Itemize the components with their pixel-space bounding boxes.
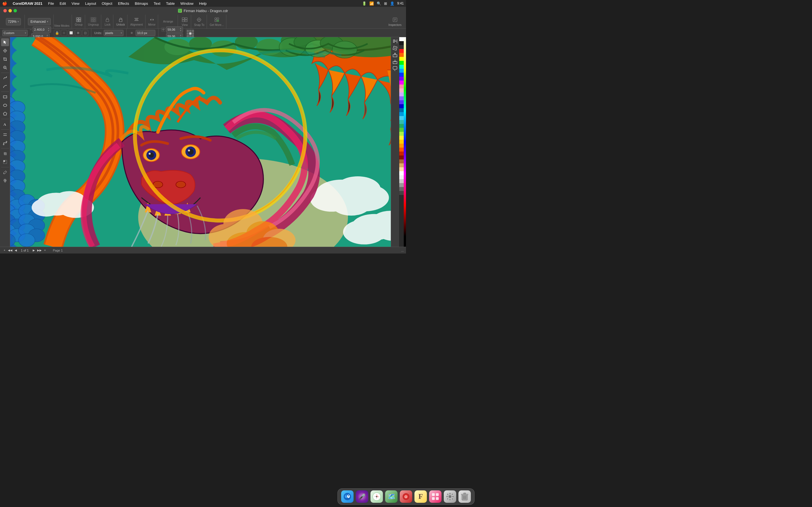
color-spectrum-bar[interactable] [404,37,406,247]
control-center-icon[interactable]: ⊞ [384,1,387,6]
color-swatch-yellowgreen[interactable] [399,132,404,136]
color-swatch-charcoal[interactable] [399,191,404,195]
x-input[interactable]: 59,06 ▲ ▼ [166,26,183,33]
shadow-tool[interactable] [1,150,9,158]
color-swatch-green[interactable] [399,61,404,65]
polygon-tool[interactable] [1,110,9,118]
get-more-btn[interactable] [213,17,221,23]
bleed-btn[interactable]: ⊞ [75,30,81,36]
status-more-btn[interactable]: ... [401,249,404,252]
right-transform-btn[interactable] [392,45,398,51]
rectangle-tool[interactable] [1,93,9,101]
menu-help[interactable]: Help [198,1,208,6]
color-swatch-gold[interactable] [399,136,404,140]
unlock-btn[interactable] [117,17,124,22]
minimize-button[interactable] [8,9,12,12]
x-up[interactable]: ▲ [180,27,182,29]
right-align-btn[interactable] [392,38,398,45]
crop-tool[interactable] [1,55,9,63]
view-btn[interactable] [181,17,189,23]
add-page-btn[interactable]: + [2,248,7,252]
text-tool[interactable]: A [1,120,9,128]
menu-bitmaps[interactable]: Bitmaps [134,1,149,6]
prev-page-btn[interactable]: ◀◀ [8,248,12,252]
search-icon[interactable]: 🔍 [377,1,381,6]
color-swatch-darkblue[interactable] [399,73,404,76]
maximize-button[interactable] [13,9,17,12]
color-swatch-indigo[interactable] [399,100,404,104]
mirror-btn[interactable] [149,17,155,22]
color-swatch-crimson[interactable] [399,152,404,156]
color-swatch-orange[interactable] [399,53,404,57]
alignment-btn[interactable] [133,17,140,22]
color-swatch-yellow[interactable] [399,57,404,61]
add-page2-btn[interactable]: + [43,248,47,252]
ungroup-icon[interactable] [90,17,97,22]
color-swatch-darkorange[interactable] [399,144,404,148]
color-swatch-amber[interactable] [399,140,404,144]
zoom-tool[interactable] [1,64,9,71]
group-icon[interactable] [75,17,82,22]
units-dropdown[interactable]: pixels ▾ [104,30,123,36]
color-swatch-seafoam[interactable] [399,120,404,124]
menu-file[interactable]: File [47,1,55,6]
canvas-area[interactable] [10,37,391,247]
right-import-btn[interactable] [392,59,398,65]
color-swatch-white[interactable] [399,171,404,175]
user-icon[interactable]: 👤 [390,1,395,6]
color-swatch-darkgray[interactable] [399,187,404,191]
safe-area-btn[interactable]: ◫ [82,30,88,36]
color-swatch-lavender[interactable] [399,93,404,96]
width-input[interactable]: 2.400,0 ▲ ▼ [33,26,51,33]
page-size-btn[interactable]: □ [61,30,67,36]
color-swatch-maroon[interactable] [399,156,404,159]
no-color-swatch[interactable] [399,37,404,41]
color-swatch-red[interactable] [399,49,404,53]
color-swatch-violet[interactable] [399,96,404,100]
color-swatch-emerald[interactable] [399,124,404,128]
fill-tool[interactable] [1,177,9,185]
menu-effects[interactable]: Effects [117,1,130,6]
zoom-selector[interactable]: 729% ▾ [6,18,21,25]
color-swatch-peach[interactable] [399,167,404,171]
color-swatch-magenta[interactable] [399,80,404,84]
freehand-tool[interactable] [1,74,9,82]
color-swatch-lime[interactable] [399,128,404,132]
right-export-btn[interactable] [392,52,398,58]
color-swatch-pink[interactable] [399,84,404,89]
color-swatch-sky[interactable] [399,112,404,116]
menu-text[interactable]: Text [153,1,161,6]
menu-window[interactable]: Window [179,1,195,6]
smart-draw-tool[interactable] [1,82,9,91]
color-swatch-vermillion[interactable] [399,148,404,152]
color-swatch-cobalt[interactable] [399,108,404,112]
color-swatch-black[interactable] [399,41,404,45]
menu-edit[interactable]: Edit [58,1,67,6]
connector-tool[interactable] [1,139,9,147]
color-swatch-lightpink[interactable] [399,89,404,93]
snap-to-btn[interactable] [195,17,203,23]
color-swatch-gray[interactable] [399,183,404,187]
close-button[interactable] [3,9,7,12]
height-up[interactable]: ▲ [46,34,48,36]
eyedropper-tool[interactable] [1,168,9,176]
color-swatch-tan[interactable] [399,163,404,167]
lock-aspect-btn[interactable]: 🔒 [54,30,60,36]
color-swatch-purple[interactable] [399,76,404,80]
node-edit-tool[interactable] [1,47,9,55]
color-swatch-brown[interactable] [399,159,404,163]
transparency-tool[interactable] [1,158,9,166]
inspectors-btn[interactable] [391,17,399,23]
nudge-input[interactable]: 10,0 px [136,30,155,36]
menu-view[interactable]: View [70,1,81,6]
parallel-tool[interactable] [1,131,9,138]
right-comment-btn[interactable] [392,65,398,71]
menu-table[interactable]: Table [165,1,176,6]
color-swatch-offwhite[interactable] [399,175,404,179]
apple-menu[interactable]: 🍎 [2,1,7,6]
transform-handle-selector[interactable] [186,29,194,37]
color-swatch-teal[interactable] [399,65,404,69]
y-up[interactable]: ▲ [180,34,182,36]
color-swatch-cyan[interactable] [399,116,404,120]
next-last-page-btn[interactable]: ▶▶ [37,248,42,252]
